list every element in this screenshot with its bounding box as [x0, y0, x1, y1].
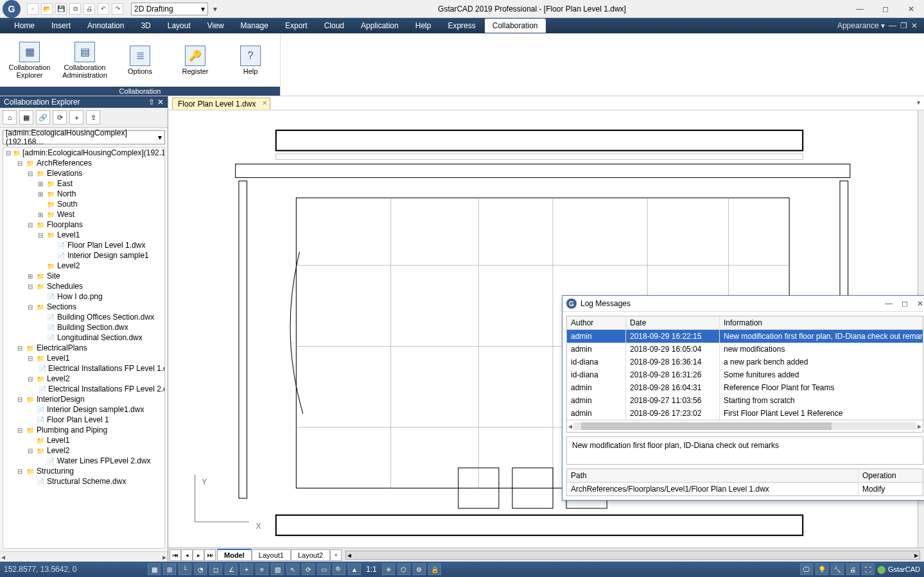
- dialog-minimize-button[interactable]: —: [885, 299, 893, 308]
- workspace-combo[interactable]: 2D Drafting ▾: [131, 3, 208, 15]
- tree-folder[interactable]: ⊟📁Plumbing and Piping: [3, 425, 164, 435]
- tree-file[interactable]: 📄Water Lines FPLevel 2.dwx: [3, 456, 164, 466]
- save-all-icon[interactable]: ⧉: [69, 3, 81, 15]
- dialog-maximize-button[interactable]: ◻: [902, 299, 908, 308]
- tree-folder[interactable]: ⊟📁Level2: [3, 374, 164, 384]
- log-row[interactable]: admin2018-09-27 11:03:56Starting from sc…: [567, 394, 923, 407]
- tab-nav-next-icon[interactable]: ▸: [193, 549, 204, 561]
- tree-file[interactable]: 📄Floor Plan Level 1.dwx: [3, 240, 164, 250]
- log-row[interactable]: admin2018-09-29 16:05:04new modification…: [567, 343, 923, 356]
- cursor-toggle-icon[interactable]: ↖: [286, 564, 299, 575]
- layout-tab[interactable]: Layout2: [291, 549, 330, 561]
- log-row[interactable]: admin2018-09-28 16:04:31Reference Floor …: [567, 381, 923, 394]
- tree-file[interactable]: 📄Interior Design sample1.dwx: [3, 404, 164, 415]
- annovis-icon[interactable]: ⬡: [397, 564, 410, 575]
- scale-toggle-icon[interactable]: ▲: [348, 564, 361, 575]
- log-col-info[interactable]: Information: [720, 316, 923, 329]
- ribbon-register-button[interactable]: 🔑Register: [170, 36, 221, 84]
- appearance-dropdown[interactable]: Appearance ▾: [837, 21, 885, 30]
- save-icon[interactable]: 💾: [55, 3, 67, 15]
- grid-toggle-icon[interactable]: ▦: [148, 564, 161, 575]
- tree-expand-icon[interactable]: ⊟: [16, 468, 24, 475]
- tree-expand-icon[interactable]: ⊞: [37, 191, 44, 198]
- magnifier-icon[interactable]: 🔍: [333, 564, 345, 575]
- tree-expand-icon[interactable]: ⊟: [16, 427, 24, 434]
- new-icon[interactable]: ▫: [27, 3, 39, 15]
- log-row[interactable]: admin2018-09-26 17:23:02First Floor Plan…: [567, 407, 923, 420]
- project-tree[interactable]: ⊟📁[admin:EcologicalHousingComplex](192.1…: [3, 147, 165, 549]
- osnap-toggle-icon[interactable]: ◻: [209, 564, 222, 575]
- tray-monitor-icon[interactable]: 🖵: [800, 564, 813, 575]
- tree-expand-icon[interactable]: ⊟: [26, 283, 34, 290]
- menu-tab-layout[interactable]: Layout: [160, 19, 198, 33]
- menu-tab-help[interactable]: Help: [408, 19, 439, 33]
- workspace-switch-icon[interactable]: ⚙: [413, 564, 426, 575]
- tree-folder[interactable]: ⊟📁Level1: [3, 230, 164, 240]
- log-horizontal-scrollbar[interactable]: ◂▸: [567, 420, 923, 432]
- tree-folder[interactable]: ⊟📁Elevations: [3, 168, 164, 178]
- tree-folder[interactable]: ⊞📁East: [3, 178, 164, 189]
- transparency-toggle-icon[interactable]: ▧: [271, 564, 284, 575]
- log-row[interactable]: id-diana2018-09-28 16:31:26Some funiture…: [567, 368, 923, 381]
- snap-toggle-icon[interactable]: ⊞: [163, 564, 176, 575]
- lwt-toggle-icon[interactable]: ≡: [256, 564, 268, 575]
- log-row[interactable]: id-diana2018-09-28 16:36:14a new park be…: [567, 356, 923, 368]
- tree-file[interactable]: 📄Electrical Installations FP Level 1.dwx: [3, 363, 164, 374]
- tree-folder[interactable]: ⊟📁Structuring: [3, 466, 164, 476]
- tree-expand-icon[interactable]: ⊟: [26, 304, 34, 311]
- tree-folder[interactable]: ⊟📁InteriorDesign: [3, 394, 164, 404]
- otrack-toggle-icon[interactable]: ∠: [225, 564, 238, 575]
- log-col-author[interactable]: Author: [567, 316, 626, 329]
- link-icon[interactable]: 🔗: [36, 110, 50, 125]
- log-col-date[interactable]: Date: [626, 316, 720, 329]
- tree-file[interactable]: 📄Building Section.dwx: [3, 322, 164, 332]
- tree-folder[interactable]: ⊞📁North: [3, 189, 164, 199]
- tray-toolbox-icon[interactable]: 🔧: [831, 564, 844, 575]
- list-icon[interactable]: ▦: [19, 110, 33, 125]
- polar-toggle-icon[interactable]: ◔: [194, 564, 207, 575]
- ribbon-collaboration-explorer-button[interactable]: ▦CollaborationExplorer: [4, 36, 55, 84]
- path-col-header[interactable]: Path: [567, 469, 859, 482]
- menu-tab-collaboration[interactable]: Collaboration: [485, 19, 546, 33]
- tree-folder[interactable]: ⊟📁Level2: [3, 445, 164, 456]
- ribbon-options-button[interactable]: ≣Options: [114, 36, 166, 84]
- tree-folder[interactable]: ⊞📁Site: [3, 271, 164, 281]
- tree-folder[interactable]: ⊟📁ElectricalPlans: [3, 343, 164, 353]
- tree-file[interactable]: 📄Interior Design sample1: [3, 250, 164, 261]
- layout-horizontal-scrollbar[interactable]: ◂▸: [345, 551, 920, 560]
- maximize-button[interactable]: ◻: [873, 0, 898, 18]
- menu-tab-cloud[interactable]: Cloud: [317, 19, 352, 33]
- tree-expand-icon[interactable]: ⊞: [37, 211, 44, 218]
- tree-folder[interactable]: ⊞📁West: [3, 209, 164, 220]
- menu-tab-express[interactable]: Express: [440, 19, 483, 33]
- tray-print-icon[interactable]: 🖨: [846, 564, 859, 575]
- refresh-icon[interactable]: ⟳: [53, 110, 67, 125]
- tree-folder[interactable]: 📁Level2: [3, 261, 164, 271]
- cycling-toggle-icon[interactable]: ⟳: [302, 564, 315, 575]
- pin-icon[interactable]: ⇧: [148, 98, 155, 107]
- ribbon-help-button[interactable]: ?Help: [225, 36, 276, 84]
- tree-expand-icon[interactable]: ⊟: [16, 345, 24, 352]
- menu-tab-home[interactable]: Home: [6, 19, 42, 33]
- operation-col-header[interactable]: Operation: [859, 469, 923, 482]
- tree-expand-icon[interactable]: ⊟: [16, 396, 24, 403]
- log-row[interactable]: admin2018-09-29 16:22:15New modification…: [567, 330, 923, 343]
- annoscale-icon[interactable]: ✳: [382, 564, 395, 575]
- project-combo[interactable]: [admin:EcologicalHousingComplex](192.168…: [3, 130, 165, 144]
- new-file-icon[interactable]: ＋: [69, 110, 83, 125]
- tree-file[interactable]: 📄Structural Scheme.dwx: [3, 476, 164, 487]
- model-toggle-icon[interactable]: ▭: [317, 564, 330, 575]
- minimize-button[interactable]: —: [847, 0, 873, 18]
- menu-tab-annotation[interactable]: Annotation: [80, 19, 132, 33]
- tree-folder[interactable]: ⊟📁Sections: [3, 302, 164, 312]
- tree-folder[interactable]: 📁South: [3, 199, 164, 209]
- home-icon[interactable]: ⌂: [3, 110, 17, 125]
- ribbon-collaboration-administration-button[interactable]: ▤CollaborationAdministration: [59, 36, 110, 84]
- tab-nav-prev-icon[interactable]: ◂: [181, 549, 193, 561]
- tree-expand-icon[interactable]: ⊟: [37, 232, 44, 239]
- tree-expand-icon[interactable]: ⊟: [26, 170, 34, 177]
- layout-tab[interactable]: Layout1: [252, 549, 291, 561]
- tree-folder[interactable]: ⊟📁Level1: [3, 353, 164, 363]
- close-button[interactable]: ✕: [898, 0, 924, 18]
- menu-tab-3d[interactable]: 3D: [133, 19, 158, 33]
